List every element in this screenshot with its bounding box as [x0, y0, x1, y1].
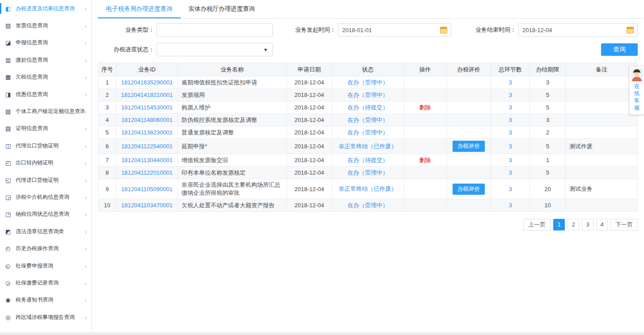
- col-header-deadline: 办结期限: [530, 63, 566, 76]
- sidebar-item-social-insurance-record[interactable]: ◶ 社保缴费记录查询 ›: [0, 274, 91, 291]
- cell-remark: [566, 154, 638, 167]
- total-steps-link[interactable]: 3: [491, 179, 530, 199]
- sidebar-item-tax-notice[interactable]: ◉ 税务通知书查询 ›: [0, 292, 91, 309]
- start-time-input[interactable]: 2018-01-01: [338, 23, 451, 37]
- progress-status-select[interactable]: ▼: [157, 43, 273, 56]
- total-steps-link[interactable]: 3: [491, 89, 530, 101]
- cell-business-name: 普通发票核定及调整: [178, 126, 287, 139]
- chevron-right-icon: ›: [85, 74, 87, 80]
- filter-row-1: 业务类型： 业务发起时间： 2018-01-01 业务结束时间： 2018-12…: [98, 23, 638, 37]
- chevron-right-icon: ›: [85, 297, 87, 303]
- page-button-2[interactable]: 2: [568, 219, 579, 230]
- business-id-link[interactable]: 1812041105090001: [116, 179, 178, 199]
- prev-page-button[interactable]: 上一页: [523, 219, 551, 230]
- business-id-link[interactable]: 1812041130440001: [116, 154, 178, 167]
- sidebar-item-history-operation[interactable]: ◴ 历史办税操作查询 ›: [0, 240, 91, 257]
- business-id-link[interactable]: 1812041635290001: [116, 76, 178, 89]
- status-link[interactable]: 非正常终结（已作废）: [332, 139, 404, 154]
- total-steps-link[interactable]: 3: [491, 114, 530, 126]
- status-link[interactable]: 在办（受理中）: [332, 114, 404, 126]
- delete-link[interactable]: 删除: [419, 104, 431, 111]
- evaluate-button[interactable]: 办税评价: [453, 184, 485, 195]
- tab-physical-progress[interactable]: 实体办税厅办理进度查询: [181, 0, 263, 18]
- cell-business-name: 欠税人处置不动产或者大额资产报告: [178, 199, 287, 212]
- sidebar-item-invoice-info[interactable]: ▤ 发票信息查询 ›: [0, 17, 91, 34]
- start-time-label: 业务发起时间：: [273, 26, 338, 34]
- status-link[interactable]: 非正常终结（已作废）: [332, 179, 404, 199]
- sidebar-item-export-goods-cert[interactable]: ◫ 代理出口货物证明 ›: [0, 137, 91, 154]
- business-id-link[interactable]: 1812041154530001: [116, 101, 178, 114]
- customer-service-widget[interactable]: 在线客服: [629, 66, 644, 115]
- cell-business-name: 发票领用: [178, 89, 287, 101]
- customer-service-label: 在线客服: [634, 83, 640, 111]
- table-row: 4 1812041148060001 防伪税控系统发票核定及调整 2018-12…: [98, 114, 638, 126]
- tax-credit-status-icon: ◳: [5, 211, 13, 218]
- table-row: 9 1812041105090001 非居民企业选择由其主要机构场所汇总缴纳企业…: [98, 179, 638, 199]
- delete-link[interactable]: 删除: [419, 157, 431, 163]
- sidebar-item-payment-info[interactable]: ▥ 缴款信息查询 ›: [0, 51, 91, 68]
- evaluate-button[interactable]: 办税评价: [453, 141, 485, 152]
- cell-deadline: 5: [530, 89, 566, 101]
- calendar-icon[interactable]: [627, 27, 634, 34]
- business-type-input[interactable]: [157, 23, 273, 37]
- total-steps-link[interactable]: 3: [491, 139, 530, 154]
- cell-seq: 7: [98, 154, 116, 167]
- page-button-3[interactable]: 3: [582, 219, 593, 230]
- cell-remark: [566, 76, 638, 89]
- sidebar-item-cross-region-report[interactable]: ◎ 跨区域涉税事项报告查询 ›: [0, 309, 91, 326]
- status-link[interactable]: 在办（待提交）: [332, 101, 404, 114]
- status-link[interactable]: 在办（受理中）: [332, 199, 404, 212]
- business-id-link[interactable]: 1812041122010001: [116, 167, 178, 179]
- chevron-right-icon: ›: [85, 5, 87, 12]
- total-steps-link[interactable]: 3: [491, 167, 530, 179]
- business-id-link[interactable]: 1812041418210001: [116, 89, 178, 101]
- page-button-4[interactable]: 4: [596, 219, 608, 230]
- cell-remark: [566, 199, 638, 212]
- status-link[interactable]: 在办（受理中）: [332, 167, 404, 179]
- social-insurance-declare-icon: ◵: [5, 263, 13, 269]
- cell-remark: 测试作废: [566, 139, 638, 154]
- cell-deadline: 20: [530, 179, 566, 199]
- total-steps-link[interactable]: 3: [491, 126, 530, 139]
- sidebar-item-individual-quota[interactable]: ▧ 个体工商户核定定额信息查询 ›: [0, 103, 91, 120]
- calendar-icon[interactable]: [440, 27, 447, 34]
- sidebar-item-export-domestic-cert[interactable]: ◰ 出口转内销证明 ›: [0, 155, 91, 172]
- cell-seq: 4: [98, 114, 116, 126]
- tab-electronic-progress[interactable]: 电子税务局办理进度查询: [98, 0, 181, 18]
- business-id-link[interactable]: 1812041138230001: [116, 126, 178, 139]
- sidebar-item-certificate-info[interactable]: ▨ 证明信息查询 ›: [0, 120, 91, 137]
- page-button-1[interactable]: 1: [553, 219, 565, 230]
- business-id-link[interactable]: 1812041103470001: [116, 199, 178, 212]
- query-button[interactable]: 查询: [601, 43, 638, 56]
- sidebar-item-violation-info[interactable]: ◩ 违法违章信息查询类 ›: [0, 223, 91, 240]
- chevron-right-icon: ›: [85, 39, 87, 46]
- status-link[interactable]: 在办（受理中）: [332, 76, 404, 89]
- next-page-button[interactable]: 下一页: [610, 219, 638, 230]
- cell-business-name: 购票人维护: [178, 101, 287, 114]
- cell-action: [404, 89, 447, 101]
- sidebar-item-social-insurance-declare[interactable]: ◵ 社保费申报查询 ›: [0, 257, 91, 274]
- total-steps-link[interactable]: 3: [491, 199, 530, 212]
- sidebar-item-label: 代理出口货物证明: [16, 142, 85, 150]
- cell-business-name: 逾期增值税抵扣凭证抵扣申请: [178, 76, 287, 89]
- col-header-seq: 序号: [98, 63, 116, 76]
- sidebar-item-progress-result[interactable]: ◧ 办税进度及结果信息查询 ›: [0, 0, 91, 17]
- sidebar-item-tax-agency-info[interactable]: ◲ 涉税中介机构信息查询 ›: [0, 188, 91, 205]
- sidebar-item-tax-credit-status[interactable]: ◳ 纳税信用状态信息查询 ›: [0, 206, 91, 223]
- sidebar-item-tax-arrears[interactable]: ▦ 欠税信息查询 ›: [0, 69, 91, 86]
- end-time-input[interactable]: 2018-12-04: [518, 23, 638, 37]
- sidebar-item-declaration-info[interactable]: ◪ 申报信息查询 ›: [0, 34, 91, 51]
- total-steps-link[interactable]: 3: [491, 76, 530, 89]
- status-link[interactable]: 在办（受理中）: [332, 126, 404, 139]
- sidebar-item-import-goods-cert[interactable]: ◱ 代理进口货物证明 ›: [0, 172, 91, 188]
- business-id-link[interactable]: 1812041122540001: [116, 139, 178, 154]
- total-steps-link[interactable]: 3: [491, 101, 530, 114]
- business-id-link[interactable]: 1812041148060001: [116, 114, 178, 126]
- cell-remark: [566, 89, 638, 101]
- cell-business-name: 非居民企业选择由其主要机构场所汇总缴纳企业所得税的审批: [178, 179, 287, 199]
- status-link[interactable]: 在办（待提交）: [332, 154, 404, 167]
- cell-deadline: 2: [530, 126, 566, 139]
- sidebar-item-preference-info[interactable]: ◨ 优惠信息查询 ›: [0, 86, 91, 103]
- total-steps-link[interactable]: 3: [491, 154, 530, 167]
- status-link[interactable]: 在办（受理中）: [332, 89, 404, 101]
